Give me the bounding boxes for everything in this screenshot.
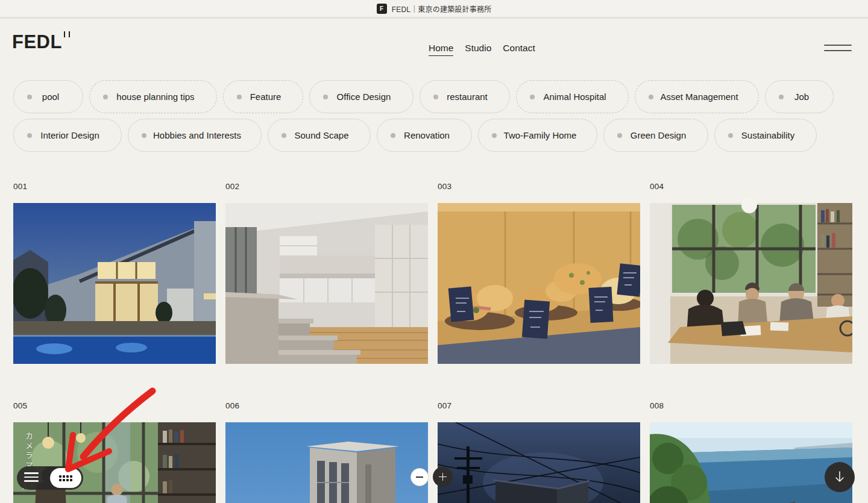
filter-pill-office-design[interactable]: Office Design	[309, 80, 414, 113]
pill-dot-icon	[492, 133, 497, 138]
nav-contact[interactable]: Contact	[503, 43, 535, 56]
filter-pill-two-family-home[interactable]: Two-Family Home	[478, 119, 597, 152]
pill-dot-icon	[617, 133, 622, 138]
cursor-circle	[741, 198, 757, 213]
project-number: 008	[650, 401, 852, 411]
menu-icon[interactable]	[824, 45, 852, 51]
project-number: 004	[650, 182, 852, 192]
pill-dot-icon	[779, 95, 784, 99]
project-thumbnail-008[interactable]	[650, 422, 852, 503]
project-grid: 001	[13, 182, 852, 503]
pill-dot-icon	[649, 95, 653, 99]
main-nav: Home Studio Contact	[429, 43, 535, 56]
filter-pill-pool[interactable]: pool	[13, 80, 83, 113]
project-thumbnail-001[interactable]	[13, 203, 216, 364]
filter-pill-house-planning-tips[interactable]: house planning tips	[89, 80, 217, 113]
project-cell-008: 008	[650, 401, 852, 503]
pill-dot-icon	[433, 95, 438, 99]
logo-text: FEDL	[12, 31, 62, 52]
project-number: 005	[13, 401, 216, 411]
zoom-in-button[interactable]	[433, 467, 453, 487]
site-logo[interactable]: FEDL	[12, 31, 70, 53]
filter-pill-interior-design[interactable]: Interior Design	[13, 119, 122, 152]
filter-pill-job[interactable]: Job	[765, 80, 834, 113]
filter-pills: pool house planning tips Feature Office …	[13, 80, 855, 152]
pill-dot-icon	[391, 133, 395, 138]
pill-dot-icon	[27, 95, 32, 99]
site-favicon: F	[377, 4, 387, 14]
filter-pill-animal-hospital[interactable]: Animal Hospital	[516, 80, 629, 113]
pill-dot-icon	[103, 95, 108, 99]
project-number: 003	[438, 182, 640, 192]
pill-dot-icon	[237, 95, 242, 99]
project-number: 006	[225, 401, 428, 411]
project-number: 002	[225, 182, 428, 192]
logo-mark-icon	[64, 31, 70, 37]
project-cell-001: 001	[13, 182, 216, 364]
pill-dot-icon	[530, 95, 535, 99]
browser-tab[interactable]: F FEDL｜東京の建築設計事務所	[0, 0, 868, 19]
project-cell-002: 002	[225, 182, 428, 364]
nav-studio[interactable]: Studio	[465, 43, 491, 56]
pill-dot-icon	[281, 133, 286, 138]
zoom-out-button[interactable]	[410, 468, 429, 486]
dot-grid-icon	[59, 475, 72, 481]
filter-pill-feature[interactable]: Feature	[223, 80, 303, 113]
project-thumbnail-003[interactable]	[438, 203, 640, 364]
list-view-button[interactable]	[24, 472, 39, 484]
filter-pill-sound-scape[interactable]: Sound Scape	[268, 119, 371, 152]
browser-tab-title: FEDL｜東京の建築設計事務所	[392, 4, 492, 14]
plus-icon	[439, 473, 447, 481]
project-thumbnail-005[interactable]: カメラマン ん	[13, 422, 216, 503]
project-cell-007: 007	[438, 401, 640, 503]
project-thumbnail-006[interactable]	[225, 422, 428, 503]
minus-icon	[416, 476, 423, 478]
filter-pill-green-design[interactable]: Green Design	[603, 119, 708, 152]
arrow-down-icon	[834, 470, 846, 484]
scroll-down-button[interactable]	[825, 462, 855, 492]
filter-pill-hobbies-and-interests[interactable]: Hobbies and Interests	[128, 119, 262, 152]
pill-dot-icon	[323, 95, 328, 99]
project-thumbnail-007[interactable]	[438, 422, 640, 503]
hamburger-icon	[24, 472, 39, 474]
project-thumbnail-004[interactable]	[650, 203, 852, 364]
project-cell-003: 003	[438, 182, 640, 364]
filter-pill-asset-management[interactable]: Asset Management	[635, 80, 759, 113]
pill-dot-icon	[728, 133, 733, 138]
project-number: 007	[438, 401, 640, 411]
filter-pill-renovation[interactable]: Renovation	[377, 119, 472, 152]
filter-pill-sustainability[interactable]: Sustainability	[714, 119, 817, 152]
pill-dot-icon	[27, 133, 32, 138]
pill-dot-icon	[142, 133, 146, 138]
view-toggle-group	[17, 466, 83, 490]
filter-pill-restaurant[interactable]: restaurant	[420, 80, 510, 113]
grid-view-button[interactable]	[50, 468, 81, 488]
nav-home[interactable]: Home	[429, 43, 453, 56]
project-thumbnail-002[interactable]	[225, 203, 428, 364]
project-number: 001	[13, 182, 216, 192]
project-cell-006: 006	[225, 401, 428, 503]
